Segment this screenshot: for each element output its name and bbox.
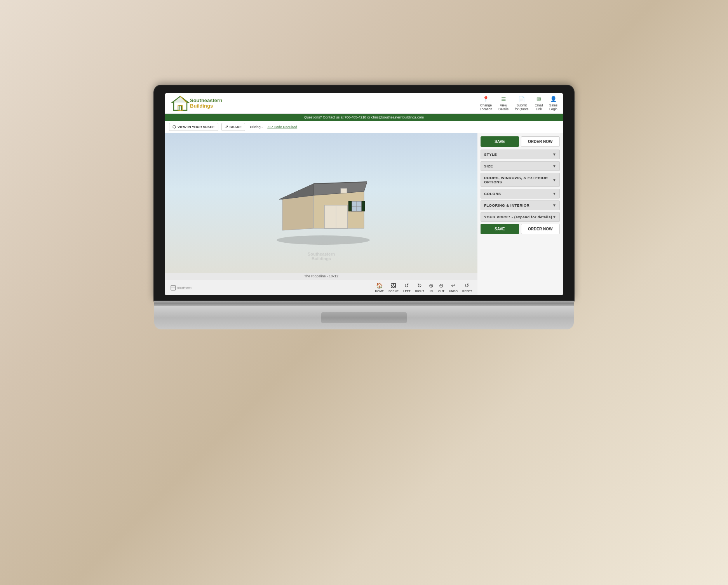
header-nav: 📍 ChangeLocation ☰ ViewDetails 📄 Submitf…	[480, 96, 557, 111]
colors-section[interactable]: COLORS ▼	[481, 189, 560, 198]
watermark-line1: Southeastern	[308, 252, 335, 256]
shed-svg	[263, 160, 380, 246]
reset-icon: ↺	[465, 282, 469, 289]
app-container: Southeastern Buildings 📍 ChangeLocation …	[165, 93, 563, 295]
left-control[interactable]: ↺ LEFT	[403, 282, 411, 293]
right-control[interactable]: ↻ RIGHT	[415, 282, 424, 293]
nav-view-details[interactable]: ☰ ViewDetails	[498, 96, 509, 111]
login-icon: 👤	[550, 96, 557, 102]
flooring-section[interactable]: FLOORING & INTERIOR ▼	[481, 200, 560, 210]
right-label: RIGHT	[415, 289, 424, 293]
size-section[interactable]: SIZE ▼	[481, 161, 560, 171]
scene-control[interactable]: 🖼 SCENE	[388, 282, 399, 293]
price-label: YOUR PRICE: - (expand for details)	[484, 215, 552, 219]
save-order-row-bottom: SAVE ORDER NOW	[481, 224, 560, 234]
nav-label-details: ViewDetails	[498, 103, 509, 111]
ar-icon: ⬡	[172, 125, 176, 129]
view-in-space-button[interactable]: ⬡ VIEW IN YOUR SPACE	[169, 123, 218, 131]
undo-control[interactable]: ↩ UNDO	[449, 282, 458, 293]
logo-icon	[171, 96, 190, 111]
share-label: SHARE	[230, 125, 242, 129]
view-in-space-label: VIEW IN YOUR SPACE	[178, 125, 215, 129]
size-label: SIZE	[484, 164, 493, 168]
doors-windows-section[interactable]: DOORS, WINDOWS, & EXTERIOR OPTIONS ▼	[481, 173, 560, 187]
style-chevron: ▼	[552, 152, 556, 157]
details-icon: ☰	[501, 96, 506, 102]
email-icon: ✉	[536, 96, 541, 102]
shed-viewer: Southeastern Buildings	[165, 133, 477, 273]
nav-submit-quote[interactable]: 📄 Submitfor Quote	[515, 96, 528, 111]
svg-rect-16	[362, 201, 365, 211]
style-section[interactable]: STYLE ▼	[481, 150, 560, 159]
logo: Southeastern Buildings	[171, 96, 222, 111]
laptop-base	[154, 306, 574, 329]
watermark: Southeastern Buildings	[308, 252, 335, 261]
nav-sales-login[interactable]: 👤 SalesLogin	[549, 96, 557, 111]
size-chevron: ▼	[552, 164, 556, 168]
colors-label: COLORS	[484, 192, 501, 196]
left-label: LEFT	[403, 289, 411, 293]
laptop-hinge	[154, 301, 574, 306]
screen: Southeastern Buildings 📍 ChangeLocation …	[165, 93, 563, 295]
zoom-in-label: IN	[430, 289, 433, 293]
reset-label: RESET	[462, 289, 472, 293]
logo-line2: Buildings	[190, 103, 222, 109]
nav-email-link[interactable]: ✉ EmailLink	[535, 96, 543, 111]
home-control[interactable]: 🏠 HOME	[375, 282, 384, 293]
viewer-panel: Southeastern Buildings The Ridgeline - 1…	[165, 133, 477, 295]
flooring-chevron: ▼	[552, 203, 556, 207]
main-content: Southeastern Buildings The Ridgeline - 1…	[165, 133, 563, 295]
price-section[interactable]: YOUR PRICE: - (expand for details) ▼	[481, 212, 560, 222]
price-chevron: ▼	[552, 215, 556, 219]
undo-label: UNDO	[449, 289, 458, 293]
screen-bezel: Southeastern Buildings 📍 ChangeLocation …	[154, 85, 574, 301]
home-icon: 🏠	[376, 282, 383, 289]
idearoom-label: IdeaRoom	[177, 286, 192, 289]
nav-label-quote: Submitfor Quote	[515, 103, 528, 111]
pricing-label: Pricing -	[250, 125, 263, 129]
style-label: STYLE	[484, 152, 497, 157]
app-header: Southeastern Buildings 📍 ChangeLocation …	[165, 93, 563, 114]
quote-icon: 📄	[518, 96, 525, 102]
share-icon: ↗	[225, 125, 228, 129]
idearoom-logo: IdeaRoom	[171, 285, 192, 291]
scene-label: SCENE	[388, 289, 399, 293]
viewer-controls: 🏠 HOME 🖼 SCENE ↺ LEFT	[375, 282, 472, 293]
svg-marker-5	[282, 195, 313, 230]
svg-rect-17	[341, 188, 347, 193]
save-button-bottom[interactable]: SAVE	[481, 224, 519, 234]
flooring-label: FLOORING & INTERIOR	[484, 203, 529, 207]
info-banner: Questions? Contact us at 706-485-4218 or…	[165, 114, 563, 121]
banner-text: Questions? Contact us at 706-485-4218 or…	[304, 115, 424, 119]
idearoom-icon	[171, 285, 176, 291]
left-icon: ↺	[404, 282, 409, 289]
watermark-line2: Buildings	[312, 256, 331, 261]
svg-rect-18	[171, 286, 176, 290]
zoom-out-control[interactable]: ⊖ OUT	[438, 282, 444, 293]
zoom-in-control[interactable]: ⊕ IN	[429, 282, 434, 293]
order-button-bottom[interactable]: ORDER NOW	[521, 224, 560, 234]
logo-text: Southeastern Buildings	[190, 98, 222, 109]
reset-control[interactable]: ↺ RESET	[462, 282, 472, 293]
scene-icon: 🖼	[391, 282, 396, 289]
config-panel: SAVE ORDER NOW STYLE ▼ SIZE ▼ DOORS	[477, 133, 563, 295]
nav-label-login: SalesLogin	[549, 103, 557, 111]
zip-code-link[interactable]: ZIP Code Required	[267, 125, 297, 129]
home-label: HOME	[375, 289, 384, 293]
nav-label-email: EmailLink	[535, 103, 543, 111]
undo-icon: ↩	[451, 282, 456, 289]
save-order-row: SAVE ORDER NOW	[481, 136, 560, 147]
location-icon: 📍	[482, 96, 489, 102]
share-button[interactable]: ↗ SHARE	[221, 123, 246, 131]
nav-change-location[interactable]: 📍 ChangeLocation	[480, 96, 492, 111]
viewer-toolbar: IdeaRoom 🏠 HOME 🖼 SCENE	[165, 280, 477, 295]
colors-chevron: ▼	[552, 192, 556, 196]
doors-windows-label: DOORS, WINDOWS, & EXTERIOR OPTIONS	[484, 176, 552, 184]
save-button-top[interactable]: SAVE	[481, 136, 519, 147]
laptop: Southeastern Buildings 📍 ChangeLocation …	[154, 85, 574, 329]
order-button-top[interactable]: ORDER NOW	[521, 136, 560, 147]
zoom-out-label: OUT	[438, 289, 444, 293]
toolbar: ⬡ VIEW IN YOUR SPACE ↗ SHARE Pricing - Z…	[165, 121, 563, 133]
svg-point-4	[277, 235, 370, 245]
logo-line1: Southeastern	[190, 98, 222, 103]
